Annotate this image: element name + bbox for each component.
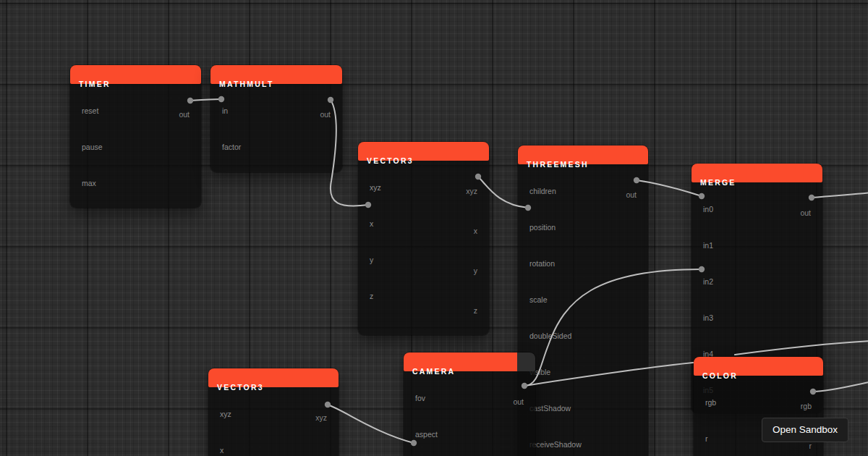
input-port-z: z: [370, 291, 373, 301]
input-port-rgb: rgb: [705, 397, 716, 408]
node-title: COLOR: [702, 371, 738, 380]
output-port-xyz: xyz: [466, 186, 477, 196]
node-timer[interactable]: TIMERresetpausemaxout: [70, 65, 201, 208]
input-port-pause: pause: [82, 142, 103, 152]
input-port-y: y: [370, 255, 373, 265]
node-header-gap: [517, 352, 535, 371]
input-port-receiveShadow: receiveShadow: [529, 439, 582, 449]
input-port-xyz: xyz: [220, 409, 231, 419]
input-port-scale: scale: [529, 295, 548, 305]
input-port-x: x: [220, 445, 224, 455]
input-port-aspect: aspect: [415, 429, 438, 439]
output-port-y: y: [474, 266, 477, 276]
node-graph-canvas[interactable]: TIMERresetpausemaxoutMATHMULTinfactorout…: [0, 0, 868, 456]
input-port-xyz: xyz: [370, 182, 381, 193]
input-port-in3: in3: [703, 313, 713, 323]
output-port-r: r: [809, 441, 812, 451]
output-port-out: out: [513, 397, 524, 407]
input-port-x: x: [370, 219, 373, 229]
node-title: VECTOR3: [217, 383, 264, 392]
input-port-max: max: [82, 178, 96, 188]
output-port-x: x: [474, 226, 477, 236]
output-port-z: z: [474, 305, 477, 316]
open-sandbox-button[interactable]: Open Sandbox: [762, 418, 848, 442]
output-port-out: out: [800, 208, 811, 218]
node-title: MATHMULT: [219, 80, 274, 88]
output-port-rgb: rgb: [801, 401, 812, 411]
input-port-reset: reset: [82, 106, 98, 116]
input-port-r: r: [705, 434, 708, 444]
input-port-fov: fov: [415, 393, 425, 403]
node-title: VECTOR3: [367, 156, 414, 165]
output-port-out: out: [626, 190, 637, 200]
node-title: THREEMESH: [527, 160, 589, 169]
input-port-castShadow: castShadow: [529, 403, 571, 413]
node-mathmult[interactable]: MATHMULTinfactorout: [210, 65, 342, 172]
node-title: CAMERA: [412, 367, 455, 376]
node-title: TIMER: [79, 80, 111, 88]
node-threemesh[interactable]: THREEMESHchildrenpositionrotationscaledo…: [518, 145, 648, 456]
input-port-factor: factor: [222, 142, 241, 152]
input-port-in: in: [222, 106, 228, 116]
output-port-xyz: xyz: [315, 413, 327, 423]
input-port-children: children: [529, 186, 556, 196]
wire-vector3b-xyz_to_camera-in: [328, 405, 414, 443]
node-title: MERGE: [700, 178, 736, 187]
input-port-in1: in1: [703, 240, 713, 250]
input-port-in2: in2: [703, 276, 713, 287]
node-vector3b[interactable]: VECTOR3xyzxxyz: [208, 368, 339, 456]
output-port-out: out: [179, 109, 190, 119]
node-vector3[interactable]: VECTOR3xyzxyzxyzxyz: [358, 142, 489, 335]
input-port-rotation: rotation: [529, 258, 555, 269]
input-port-position: position: [529, 222, 556, 232]
output-port-out: out: [320, 109, 331, 119]
input-port-doubleSided: doubleSided: [529, 331, 571, 341]
node-camera[interactable]: CAMERAfovaspectout: [404, 352, 535, 456]
input-port-in0: in0: [703, 204, 713, 214]
